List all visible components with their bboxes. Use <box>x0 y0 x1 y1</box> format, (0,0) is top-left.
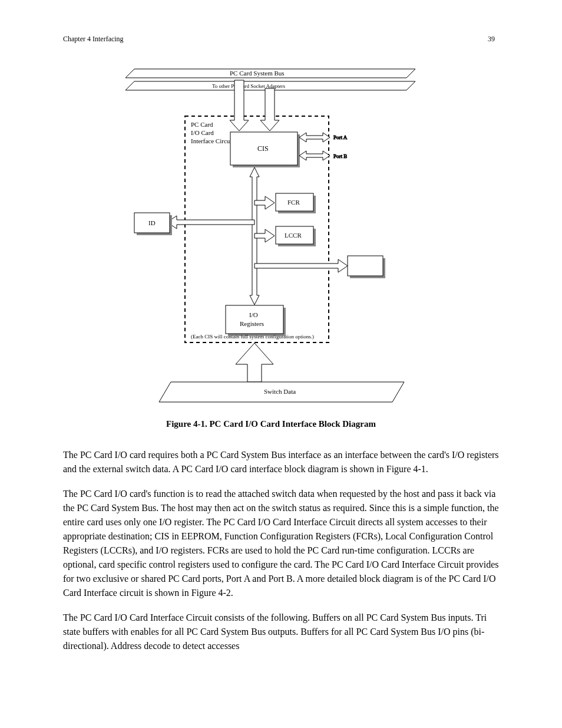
cis-label: CIS <box>257 144 269 153</box>
io-line2: Registers <box>240 320 264 327</box>
io-line1: I/O <box>249 311 258 318</box>
svg-marker-6 <box>299 133 330 142</box>
iface-note: (Each CIS will contain full system confi… <box>191 334 314 340</box>
iface-line1: PC Card <box>191 121 213 128</box>
page-svg: Chapter 4 Interfacing 39 PC Card System … <box>0 0 562 728</box>
header-right: 39 <box>488 35 495 43</box>
switch-label: Switch Data <box>264 388 296 395</box>
body-text: The PC Card I/O card requires both a PC … <box>63 448 499 653</box>
top-bus: PC Card System Bus To other PC Card Sock… <box>125 69 415 90</box>
fcr-label: FCR <box>287 199 300 206</box>
big-up-arrow <box>236 343 273 382</box>
top-bus-label: PC Card System Bus <box>230 70 285 77</box>
figure-caption: Figure 4-1. PC Card I/O Card Interface B… <box>166 419 376 429</box>
cis-box: CIS <box>230 132 300 167</box>
lccr-label: LCCR <box>285 232 302 239</box>
iface-line3: Interface Circuit <box>191 137 233 144</box>
fcr-box: FCR <box>276 193 316 213</box>
branch-to-lccr <box>254 229 275 242</box>
header-left: Chapter 4 Interfacing <box>63 35 124 43</box>
svg-rect-18 <box>226 305 283 334</box>
paragraph-3: The PC Card I/O Card Interface Circuit c… <box>63 611 499 653</box>
branch-to-id <box>167 216 254 229</box>
svg-rect-16 <box>348 256 383 276</box>
paragraph-1: The PC Card I/O card requires both a PC … <box>63 448 499 476</box>
io-registers-box: I/O Registers <box>226 305 286 336</box>
right-box <box>348 256 385 278</box>
port-a-label: Port A <box>333 134 348 140</box>
branch-to-fcr <box>254 196 275 209</box>
iface-line2: I/O Card <box>191 129 214 136</box>
lccr-box: LCCR <box>276 226 316 246</box>
branch-to-right <box>254 259 348 272</box>
port-b-label: Port B <box>333 153 347 159</box>
paragraph-2: The PC Card I/O card's function is to re… <box>63 487 499 600</box>
port-arrows: Port A Port B <box>299 133 348 160</box>
id-box: ID <box>134 213 172 235</box>
id-label: ID <box>148 219 156 226</box>
svg-marker-7 <box>299 151 330 160</box>
svg-marker-3 <box>260 88 279 131</box>
